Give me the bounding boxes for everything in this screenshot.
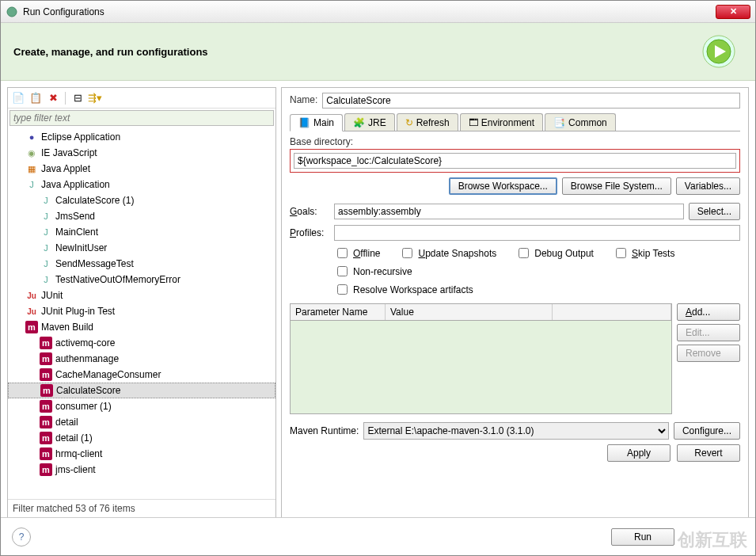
skip-tests-checkbox[interactable]: Skip Tests xyxy=(613,246,674,261)
delete-config-icon[interactable]: ✖ xyxy=(46,91,60,105)
apply-button[interactable]: Apply xyxy=(607,444,671,462)
bottom-bar: ? Run Close xyxy=(1,517,755,555)
tree-item[interactable]: mdetail (1) xyxy=(8,430,275,446)
tree-item-label: Java Application xyxy=(41,179,110,190)
window-title: Run Configurations xyxy=(23,6,104,17)
tree-item[interactable]: ▦Java Applet xyxy=(8,161,275,177)
tree-item-label: hrmq-client xyxy=(55,448,102,459)
app-icon xyxy=(6,6,18,18)
tree-item[interactable]: mactivemq-core xyxy=(8,335,275,351)
tree-item[interactable]: ●Eclipse Application xyxy=(8,129,275,145)
remove-param-button: Remove xyxy=(677,345,740,362)
name-input[interactable] xyxy=(322,93,740,109)
parameter-table-header: Parameter Name Value xyxy=(291,304,671,321)
refresh-icon: ↻ xyxy=(405,117,413,128)
tree-item-label: TestNativeOutOfMemoryError xyxy=(55,274,180,285)
run-button[interactable]: Run xyxy=(611,528,674,546)
tree-item[interactable]: JuJUnit Plug-in Test xyxy=(8,303,275,319)
browse-workspace-button[interactable]: Browse Workspace... xyxy=(449,177,557,195)
window-close-button[interactable]: ✕ xyxy=(716,5,750,19)
tree-item-label: Java Applet xyxy=(41,163,90,174)
tree-item-label: JUnit Plug-in Test xyxy=(41,306,115,317)
col-blank xyxy=(553,304,671,320)
tree-item[interactable]: JJmsSend xyxy=(8,208,275,224)
tree-item-icon: ◉ xyxy=(25,147,38,159)
filter-icon[interactable]: ⇶▾ xyxy=(88,91,102,105)
tree-item-icon: m xyxy=(40,416,52,428)
debug-output-checkbox[interactable]: Debug Output xyxy=(515,246,594,261)
tree-item[interactable]: mCalculateScore xyxy=(8,383,275,398)
non-recursive-checkbox[interactable]: Non-recursive xyxy=(334,264,412,279)
filter-input[interactable] xyxy=(9,110,274,126)
maven-icon: 📘 xyxy=(298,117,310,128)
browse-filesystem-button[interactable]: Browse File System... xyxy=(562,177,671,195)
new-config-icon[interactable]: 📄 xyxy=(11,91,25,105)
resolve-workspace-checkbox[interactable]: Resolve Workspace artifacts xyxy=(334,282,740,297)
basedir-label: Base directory: xyxy=(290,136,740,147)
tab-main[interactable]: 📘Main xyxy=(290,114,343,131)
tree-item-icon: J xyxy=(40,242,52,254)
tree-item[interactable]: JSendMessageTest xyxy=(8,256,275,272)
tree-item-label: JUnit xyxy=(41,290,63,301)
config-tree[interactable]: ●Eclipse Application◉IE JavaScript▦Java … xyxy=(8,128,275,499)
tab-refresh[interactable]: ↻Refresh xyxy=(397,113,458,131)
col-value[interactable]: Value xyxy=(386,304,553,320)
select-goals-button[interactable]: Select... xyxy=(689,203,740,220)
col-parameter-name[interactable]: Parameter Name xyxy=(291,304,386,320)
run-large-icon xyxy=(701,34,736,69)
tree-item[interactable]: JJava Application xyxy=(8,177,275,192)
tree-item[interactable]: mjms-client xyxy=(8,462,275,478)
tree-item-label: consumer (1) xyxy=(55,401,112,412)
tree-item-icon: J xyxy=(40,257,52,270)
tab-jre[interactable]: 🧩JRE xyxy=(344,113,395,131)
run-configurations-window: Run Configurations ✕ Create, manage, and… xyxy=(0,0,756,556)
tab-environment[interactable]: 🗔Environment xyxy=(460,113,543,131)
tree-item[interactable]: JCalculateScore (1) xyxy=(8,192,275,208)
tree-item[interactable]: mhrmq-client xyxy=(8,446,275,462)
tree-item-icon: m xyxy=(40,463,52,476)
tree-item-icon: m xyxy=(40,384,53,397)
collapse-all-icon[interactable]: ⊟ xyxy=(70,91,85,105)
offline-checkbox[interactable]: Offline xyxy=(334,246,380,261)
tree-item-label: CacheManageConsumer xyxy=(55,369,161,380)
tree-item-icon: Ju xyxy=(25,289,38,302)
tree-item[interactable]: mconsumer (1) xyxy=(8,398,275,414)
tree-item[interactable]: mCacheManageConsumer xyxy=(8,367,275,383)
profiles-input[interactable] xyxy=(334,225,740,241)
tree-item[interactable]: JNewInitUser xyxy=(8,240,275,256)
tree-item[interactable]: mMaven Build xyxy=(8,319,275,335)
tree-item[interactable]: mdetail xyxy=(8,414,275,430)
tree-item[interactable]: ◉IE JavaScript xyxy=(8,145,275,161)
basedir-input[interactable] xyxy=(294,153,736,169)
update-snapshots-checkbox[interactable]: Update Snapshots xyxy=(399,246,496,261)
tree-item[interactable]: JTestNativeOutOfMemoryError xyxy=(8,272,275,288)
parameter-table[interactable]: Parameter Name Value xyxy=(290,303,672,414)
duplicate-config-icon[interactable]: 📋 xyxy=(28,91,43,105)
tree-item[interactable]: mauthenmanage xyxy=(8,351,275,367)
tabs: 📘Main 🧩JRE ↻Refresh 🗔Environment 📑Common xyxy=(290,113,740,131)
tab-common[interactable]: 📑Common xyxy=(545,113,616,131)
variables-button[interactable]: Variables... xyxy=(676,177,740,195)
tree-item[interactable]: JuJUnit xyxy=(8,288,275,303)
add-param-button[interactable]: Add... xyxy=(677,303,740,321)
left-panel: 📄 📋 ✖ ⊟ ⇶▾ ●Eclipse Application◉IE JavaS… xyxy=(7,87,276,518)
tree-item-label: jms-client xyxy=(55,464,96,475)
filter-status: Filter matched 53 of 76 items xyxy=(8,499,275,517)
edit-param-button: Edit... xyxy=(677,324,740,341)
goals-input[interactable] xyxy=(334,204,684,219)
tree-item-icon: ● xyxy=(25,131,38,143)
tree-item-label: NewInitUser xyxy=(55,242,107,253)
environment-icon: 🗔 xyxy=(469,117,478,128)
configure-runtime-button[interactable]: Configure... xyxy=(674,422,740,440)
svg-point-0 xyxy=(7,7,17,17)
profiles-label: Profiles: xyxy=(290,227,329,238)
tree-item-label: JmsSend xyxy=(55,211,95,222)
help-icon[interactable]: ? xyxy=(12,527,31,546)
maven-runtime-label: Maven Runtime: xyxy=(290,425,359,436)
body-area: 📄 📋 ✖ ⊟ ⇶▾ ●Eclipse Application◉IE JavaS… xyxy=(1,81,755,524)
tree-item[interactable]: JMainClent xyxy=(8,224,275,240)
revert-button[interactable]: Revert xyxy=(677,444,740,462)
header-band: Create, manage, and run configurations xyxy=(1,23,755,81)
tree-item-icon: J xyxy=(25,178,38,191)
maven-runtime-select[interactable]: External E:\apache-maven-3.1.0 (3.1.0) xyxy=(363,422,669,440)
